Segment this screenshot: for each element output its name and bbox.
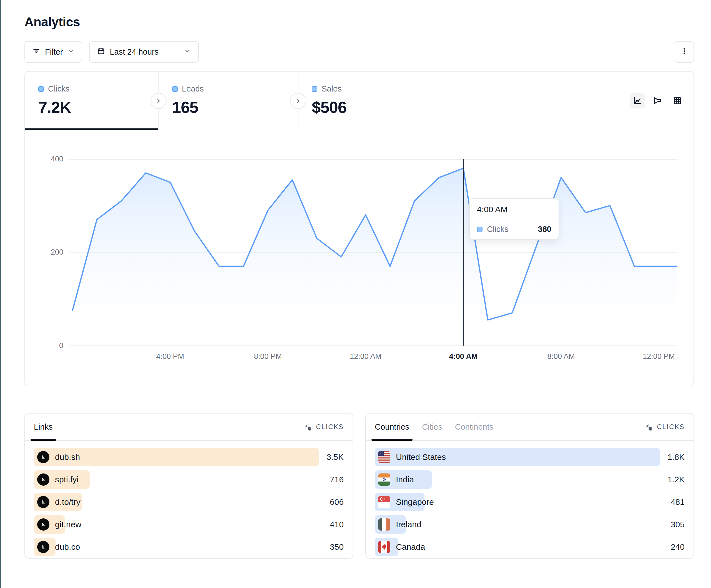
clicks-series-swatch bbox=[38, 86, 44, 92]
link-label: spti.fyi bbox=[55, 475, 79, 484]
x-axis-tick: 8:00 AM bbox=[547, 352, 575, 361]
date-range-label: Last 24 hours bbox=[110, 47, 158, 56]
countries-sort-by-clicks[interactable]: CLICKS bbox=[645, 423, 685, 431]
analytics-card: Clicks 7.2K Leads 165 bbox=[24, 71, 694, 386]
tab-continents[interactable]: Continents bbox=[455, 413, 494, 440]
sales-series-swatch bbox=[312, 86, 317, 92]
country-label: Canada bbox=[396, 542, 425, 552]
country-clicks-value: 1.8K bbox=[667, 452, 685, 462]
links-rows: dub.sh 3.5K spti.fyi 716 bbox=[25, 441, 352, 567]
dub-logo-icon bbox=[37, 496, 49, 508]
y-axis-tick-0: 0 bbox=[25, 341, 63, 350]
table-grid-icon bbox=[673, 96, 682, 106]
countries-sort-label: CLICKS bbox=[657, 423, 685, 431]
link-label: dub.sh bbox=[55, 452, 80, 462]
filter-button-label: Filter bbox=[45, 47, 63, 56]
sales-value: $506 bbox=[312, 98, 443, 116]
page-title: Analytics bbox=[24, 15, 694, 29]
funnel-view-button[interactable] bbox=[650, 93, 665, 109]
chevron-down-icon bbox=[67, 47, 74, 56]
country-label: India bbox=[396, 475, 414, 484]
country-clicks-value: 481 bbox=[671, 497, 685, 507]
canada-flag-icon bbox=[378, 541, 390, 553]
country-label: United States bbox=[396, 452, 446, 462]
leads-label: Leads bbox=[182, 84, 204, 93]
tab-clicks[interactable]: Clicks 7.2K bbox=[25, 72, 158, 130]
countries-panel-header: Countries Cities Continents CLICKS bbox=[366, 413, 693, 441]
kebab-menu-icon bbox=[680, 47, 689, 57]
tab-cities[interactable]: Cities bbox=[422, 413, 442, 440]
filter-button[interactable]: Filter bbox=[24, 41, 82, 63]
country-label: Ireland bbox=[396, 520, 422, 529]
country-row[interactable]: Canada 240 bbox=[375, 538, 685, 556]
link-row[interactable]: d.to/try 606 bbox=[34, 493, 344, 511]
country-row[interactable]: India 1.2K bbox=[375, 470, 685, 489]
cursor-click-icon bbox=[645, 423, 653, 431]
link-row[interactable]: spti.fyi 716 bbox=[34, 470, 344, 489]
country-clicks-value: 240 bbox=[671, 542, 685, 552]
country-clicks-value: 305 bbox=[671, 520, 685, 529]
tab-countries-label: Countries bbox=[375, 423, 409, 432]
dub-logo-icon bbox=[37, 541, 49, 553]
toolbar: Filter Last 24 hours bbox=[24, 41, 694, 63]
countries-panel: Countries Cities Continents CLICKS bbox=[365, 413, 694, 559]
cursor-click-icon bbox=[304, 423, 312, 431]
line-chart-icon bbox=[633, 96, 642, 106]
clicks-label: Clicks bbox=[48, 84, 69, 93]
tooltip-series-label: Clicks bbox=[487, 225, 508, 234]
leads-series-swatch bbox=[172, 86, 178, 92]
more-options-button[interactable] bbox=[675, 41, 694, 63]
link-clicks-value: 3.5K bbox=[326, 452, 344, 462]
tooltip-series-swatch bbox=[477, 227, 482, 232]
country-clicks-value: 1.2K bbox=[667, 475, 685, 484]
link-row[interactable]: git.new 410 bbox=[34, 515, 344, 534]
link-clicks-value: 410 bbox=[330, 520, 344, 529]
chevron-down-icon bbox=[184, 47, 191, 56]
sales-label: Sales bbox=[322, 84, 342, 93]
tab-continents-label: Continents bbox=[455, 423, 494, 432]
date-range-button[interactable]: Last 24 hours bbox=[89, 41, 199, 63]
x-axis-tick: 8:00 PM bbox=[254, 352, 282, 361]
y-axis-tick-200: 200 bbox=[25, 248, 63, 256]
link-clicks-value: 606 bbox=[330, 497, 344, 507]
clicks-value: 7.2K bbox=[38, 98, 158, 116]
line-chart-view-button[interactable] bbox=[630, 93, 645, 109]
tab-links[interactable]: Links bbox=[34, 413, 53, 440]
dub-logo-icon bbox=[37, 473, 49, 485]
clicks-time-series-chart[interactable]: 400 200 0 4:00 AM bbox=[25, 130, 693, 386]
area-chart-plot bbox=[69, 159, 677, 345]
tab-leads[interactable]: Leads 165 bbox=[159, 72, 298, 130]
tab-cities-label: Cities bbox=[422, 423, 442, 432]
x-axis-tick: 4:00 PM bbox=[156, 352, 184, 361]
tab-links-label: Links bbox=[34, 423, 53, 432]
dub-logo-icon bbox=[37, 518, 49, 530]
links-sort-label: CLICKS bbox=[316, 423, 344, 431]
country-row[interactable]: Singapore 481 bbox=[375, 493, 685, 511]
ireland-flag-icon bbox=[378, 518, 390, 530]
funnel-icon bbox=[653, 96, 662, 106]
chart-tooltip: 4:00 AM Clicks 380 bbox=[469, 198, 559, 240]
leads-value: 165 bbox=[172, 98, 298, 116]
link-clicks-value: 716 bbox=[330, 475, 344, 484]
india-flag-icon bbox=[378, 473, 390, 485]
tab-countries[interactable]: Countries bbox=[375, 413, 409, 440]
country-row[interactable]: Ireland 305 bbox=[375, 515, 685, 534]
country-row[interactable]: United States 1.8K bbox=[375, 448, 685, 466]
country-label: Singapore bbox=[396, 497, 434, 507]
links-sort-by-clicks[interactable]: CLICKS bbox=[304, 423, 344, 431]
tab-sales[interactable]: Sales $506 bbox=[298, 72, 443, 130]
stat-tabs: Clicks 7.2K Leads 165 bbox=[25, 72, 693, 130]
calendar-icon bbox=[97, 47, 105, 57]
leaderboards: Links CLICKS dub.sh 3.5K bbox=[24, 413, 694, 559]
x-axis-tick: 4:00 AM bbox=[449, 352, 478, 361]
dub-logo-icon bbox=[37, 451, 49, 463]
x-axis-tick: 12:00 PM bbox=[643, 352, 675, 361]
links-panel: Links CLICKS dub.sh 3.5K bbox=[24, 413, 353, 559]
table-view-button[interactable] bbox=[670, 93, 685, 109]
tooltip-time: 4:00 AM bbox=[470, 199, 559, 219]
y-axis-tick-400: 400 bbox=[25, 155, 63, 163]
link-row[interactable]: dub.sh 3.5K bbox=[34, 448, 344, 466]
link-row[interactable]: dub.co 350 bbox=[34, 538, 344, 556]
countries-rows: United States 1.8K India 1.2K bbox=[366, 441, 693, 567]
x-axis-tick: 12:00 AM bbox=[350, 352, 382, 361]
